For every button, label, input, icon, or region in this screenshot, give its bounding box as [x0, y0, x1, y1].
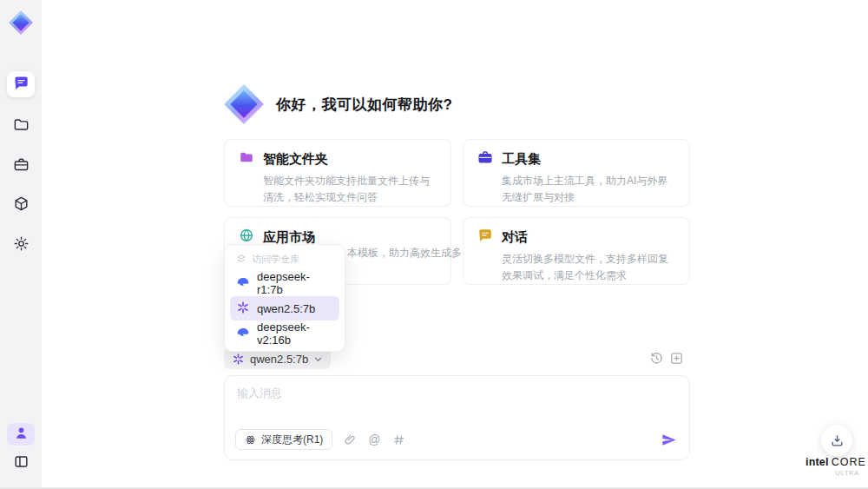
attach-button[interactable] [344, 433, 357, 446]
sidebar-item-files[interactable] [7, 113, 35, 139]
send-button[interactable] [661, 432, 677, 448]
briefcase-icon [13, 156, 30, 176]
qwen-icon [236, 301, 250, 317]
sidebar-item-collapse[interactable] [7, 450, 35, 476]
history-icon [649, 351, 664, 366]
card-title: 对话 [502, 229, 528, 246]
message-input[interactable] [237, 386, 671, 420]
deepseek-icon [236, 326, 250, 342]
model-repo-link[interactable]: 访问学仓库 [230, 250, 339, 270]
gear-icon [13, 235, 30, 255]
deep-think-label: 深度思考(R1) [261, 433, 323, 447]
assistant-logo [224, 84, 264, 124]
app-window: 你好，我可以如何帮助你? 智能文件夹 智能文件夹功能支持批量文件上传与清洗，轻松… [0, 0, 868, 489]
briefcase-icon [477, 149, 493, 169]
card-toolset[interactable]: 工具集 集成市场上主流工具，助力AI与外界无缝扩展与对接 [463, 139, 690, 207]
sidebar-item-account[interactable] [7, 423, 35, 446]
panel-icon [13, 453, 30, 473]
sidebar [0, 0, 42, 487]
sidebar-item-settings[interactable] [7, 232, 35, 258]
deepseek-icon [236, 275, 250, 292]
card-description: 集成市场上主流工具，助力AI与外界无缝扩展与对接 [502, 173, 675, 205]
card-description: 灵活切换多模型文件，支持多样回复效果调试，满足个性化需求 [502, 251, 675, 283]
hash-icon [392, 433, 405, 446]
send-icon [661, 432, 677, 448]
model-dropdown: 访问学仓库 deepseek-r1:7b qwen2.5:7b deepseek… [224, 244, 345, 352]
greeting-row: 你好，我可以如何帮助你? [224, 83, 452, 125]
user-icon [13, 425, 30, 445]
sidebar-item-tools[interactable] [7, 153, 35, 179]
card-title: 智能文件夹 [263, 151, 328, 168]
dialog-icon [477, 228, 493, 247]
model-option-qwen[interactable]: qwen2.5:7b [230, 296, 339, 320]
intel-core-logo: intelcore ultra [806, 453, 863, 476]
model-option-label: qwen2.5:7b [257, 302, 315, 315]
repo-label: 访问学仓库 [252, 253, 299, 266]
message-composer: 深度思考(R1) @ [224, 375, 690, 460]
repo-icon [236, 254, 247, 266]
card-title: 工具集 [502, 151, 541, 168]
sidebar-item-chat[interactable] [7, 71, 35, 97]
atom-icon [245, 434, 256, 446]
page-title: 你好，我可以如何帮助你? [276, 95, 452, 115]
composer-toolbar: 深度思考(R1) @ [235, 428, 677, 451]
chevron-down-icon [313, 354, 323, 364]
download-button[interactable] [821, 425, 852, 456]
card-dialog[interactable]: 对话 灵活切换多模型文件，支持多样回复效果调试，满足个性化需求 [463, 217, 690, 285]
model-option-label: deepseek-r1:7b [257, 270, 333, 296]
model-option-label: deepseek-v2:16b [257, 320, 333, 347]
download-icon [830, 433, 845, 448]
paperclip-icon [344, 433, 357, 446]
hash-button[interactable] [392, 433, 405, 446]
qwen-icon [232, 353, 245, 366]
model-selector-value: qwen2.5:7b [250, 353, 308, 366]
sidebar-item-models[interactable] [7, 192, 35, 218]
card-title: 应用市场 [263, 229, 315, 246]
intel-wordmark: intel [806, 456, 829, 468]
app-logo [9, 10, 33, 35]
model-option-deepseek-v2[interactable]: deepseek-v2:16b [230, 321, 339, 346]
core-wordmark: core [832, 456, 866, 468]
folder-icon [13, 116, 30, 136]
new-chat-button[interactable] [669, 351, 684, 366]
deep-think-toggle[interactable]: 深度思考(R1) [235, 429, 332, 450]
card-description-partial: 本模板，助力高效生成多 [347, 245, 462, 261]
card-smart-folder[interactable]: 智能文件夹 智能文件夹功能支持批量文件上传与清洗，轻松实现文件问答 [224, 139, 451, 207]
cube-icon [13, 195, 30, 215]
new-chat-icon [669, 351, 684, 366]
card-description: 智能文件夹功能支持批量文件上传与清洗，轻松实现文件问答 [263, 173, 437, 205]
model-option-deepseek-r1[interactable]: deepseek-r1:7b [230, 271, 339, 295]
folder-icon [239, 149, 254, 169]
mention-icon[interactable]: @ [368, 433, 380, 446]
ultra-label: ultra [806, 470, 863, 477]
chat-icon [13, 75, 30, 95]
history-button[interactable] [649, 351, 664, 366]
